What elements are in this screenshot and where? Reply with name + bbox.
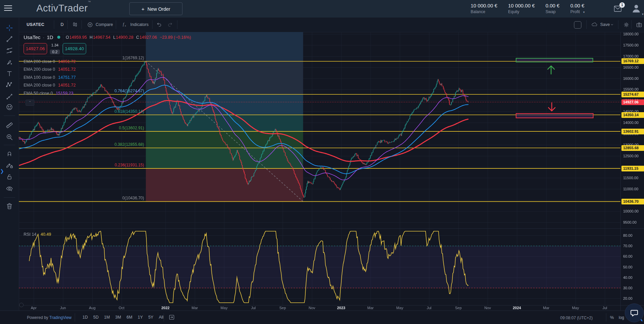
rsi-tick: 50.00 bbox=[623, 265, 633, 269]
range-5Y[interactable]: 5Y bbox=[145, 313, 156, 321]
indicator-row[interactable]: EMA 50 close 0 15159.23 bbox=[24, 89, 191, 97]
time-tick: Mar bbox=[184, 306, 206, 310]
ohlc-item: H14967.54 bbox=[90, 35, 110, 40]
time-tick: Oct bbox=[111, 306, 132, 310]
price-tick: 14000.00 bbox=[623, 121, 639, 125]
time-tick: Apr bbox=[23, 306, 44, 310]
ohlc-item: O14959.95 bbox=[66, 35, 87, 40]
time-tick: Jul bbox=[243, 306, 264, 310]
time-tick: May bbox=[565, 306, 586, 310]
range-All[interactable]: All bbox=[156, 313, 166, 321]
time-tick: Nov bbox=[477, 306, 499, 310]
price-tick: 10000.00 bbox=[623, 209, 639, 213]
supply-zone[interactable] bbox=[516, 58, 593, 62]
up-arrow-icon bbox=[545, 64, 557, 77]
legend-collapse-button[interactable]: ⌃ bbox=[26, 100, 34, 106]
time-tick: Sep bbox=[272, 306, 294, 310]
ohlc-values: O14959.95H14967.54L14900.28C14927.06 bbox=[66, 35, 157, 40]
range-5D[interactable]: 5D bbox=[91, 313, 101, 321]
range-buttons: 1D5D1M3M6M1Y5YAll bbox=[80, 313, 166, 321]
time-tick: 2024 bbox=[506, 306, 528, 310]
quote-row: 14927.06 1.34 0.2 14928.40 bbox=[24, 43, 191, 54]
price-tick: 11000.00 bbox=[623, 187, 638, 191]
indicator-row[interactable]: EMA 200 close 0 14051.72 bbox=[24, 58, 191, 66]
time-tick: Nov bbox=[301, 306, 323, 310]
fib-ratio-label: 0.382(12855.68) bbox=[19, 142, 144, 147]
fib-price-label: 16769.12 bbox=[621, 58, 644, 64]
price-tick: 16000.00 bbox=[623, 76, 639, 80]
current-price-label: 14927.06 bbox=[621, 99, 644, 105]
fib-ratio-label: 0.236(11931.15) bbox=[19, 163, 144, 167]
price-tick: 18000.00 bbox=[623, 32, 639, 36]
ohlc-item: C14927.06 bbox=[136, 35, 157, 40]
chart-legend: UsaTec · 1D O14959.95H14967.54L14900.28C… bbox=[24, 34, 191, 97]
chart-symbol[interactable]: UsaTec bbox=[24, 34, 40, 40]
powered-by: Powered by TradingView bbox=[27, 315, 72, 320]
fib-ratio-label: 0.5(13602.91) bbox=[19, 126, 144, 130]
buy-button[interactable]: 14928.40 bbox=[63, 43, 86, 54]
indicator-legend: EMA 200 close 0 14051.72 EMA 200 close 0… bbox=[24, 58, 191, 97]
footer: Powered by TradingView 1D5D1M3M6M1Y5YAll… bbox=[0, 311, 644, 324]
log-scale-toggle[interactable]: log bbox=[619, 315, 624, 320]
spread-high: 1.34 bbox=[51, 43, 58, 47]
fib-ratio-label: 0(10436.70) bbox=[19, 196, 144, 200]
clock: 09:08:07 (UTC+2) bbox=[560, 316, 592, 320]
pane-resize-handle[interactable] bbox=[19, 303, 24, 307]
ohlc-item: L14900.28 bbox=[113, 35, 133, 40]
percent-scale-toggle[interactable]: % bbox=[610, 315, 614, 320]
divider bbox=[606, 313, 606, 322]
market-status-icon bbox=[57, 36, 60, 39]
fib-price-label: 11931.15 bbox=[621, 166, 644, 171]
down-arrow-icon bbox=[546, 101, 557, 114]
indicator-row[interactable]: EMA 200 close 0 14051.72 bbox=[24, 82, 191, 90]
rsi-legend[interactable]: RSI 14 40.49 bbox=[24, 232, 51, 237]
change-value: −23.89 (−0.16%) bbox=[160, 35, 191, 40]
range-1M[interactable]: 1M bbox=[101, 313, 112, 321]
chart-interval: 1D bbox=[47, 34, 53, 40]
fib-price-label: 14350.14 bbox=[621, 112, 644, 118]
fib-price-label: 10436.70 bbox=[621, 199, 644, 204]
time-tick: 2023 bbox=[331, 306, 352, 310]
range-1Y[interactable]: 1Y bbox=[135, 313, 145, 321]
range-1D[interactable]: 1D bbox=[80, 313, 91, 321]
fib-price-label: 13602.91 bbox=[621, 129, 644, 134]
fib-price-label: 12855.68 bbox=[621, 145, 644, 151]
panel-expand-chevron[interactable]: ❯ bbox=[0, 168, 4, 174]
spread-widget: 1.34 0.2 bbox=[48, 43, 62, 54]
range-6M[interactable]: 6M bbox=[124, 313, 135, 321]
price-tick: 17000.00 bbox=[623, 54, 639, 58]
time-tick: 2022 bbox=[155, 306, 176, 310]
tradingview-link[interactable]: TradingView bbox=[49, 315, 72, 320]
time-tick: Mar bbox=[360, 306, 381, 310]
time-tick: May bbox=[213, 306, 235, 310]
rsi-tick: 70.00 bbox=[623, 244, 633, 248]
sell-button[interactable]: 14927.06 bbox=[24, 43, 47, 54]
activtrader-app: ActivTrader™ +New Order 10 000.00 € Bala… bbox=[0, 0, 644, 324]
rsi-tick: 60.00 bbox=[623, 254, 633, 258]
rsi-tick: 80.00 bbox=[623, 233, 633, 237]
time-tick: Jul bbox=[594, 306, 616, 310]
fib-ratio-label: 0.618(14350.14) bbox=[19, 109, 144, 114]
indicator-row[interactable]: EMA 100 close 0 14751.77 bbox=[24, 73, 191, 82]
divider bbox=[164, 313, 164, 322]
time-tick: Sep bbox=[448, 306, 469, 310]
go-to-date-icon[interactable] bbox=[168, 314, 175, 322]
price-tick: 12500.00 bbox=[623, 154, 639, 158]
indicator-row[interactable]: EMA 200 close 0 14051.72 bbox=[24, 66, 191, 74]
time-tick: Aug bbox=[81, 306, 103, 310]
chat-button[interactable] bbox=[625, 303, 644, 322]
price-tick: 9500.00 bbox=[623, 220, 637, 224]
time-tick: Jun bbox=[52, 306, 74, 310]
spread-value: 0.2 bbox=[50, 50, 60, 54]
price-tick: 16500.00 bbox=[623, 65, 639, 69]
rsi-tick: 30.00 bbox=[623, 286, 633, 290]
time-tick: Jul bbox=[418, 306, 440, 310]
price-tick: 15500.00 bbox=[623, 87, 639, 91]
range-3M[interactable]: 3M bbox=[112, 313, 124, 321]
divider bbox=[75, 313, 75, 322]
price-tick: 17500.00 bbox=[623, 43, 639, 47]
rsi-tick: 20.00 bbox=[623, 296, 633, 300]
price-tick: 11500.00 bbox=[623, 176, 638, 180]
chart-title-row: UsaTec · 1D O14959.95H14967.54L14900.28C… bbox=[24, 34, 191, 40]
fib-price-label: 15274.67 bbox=[621, 92, 644, 97]
